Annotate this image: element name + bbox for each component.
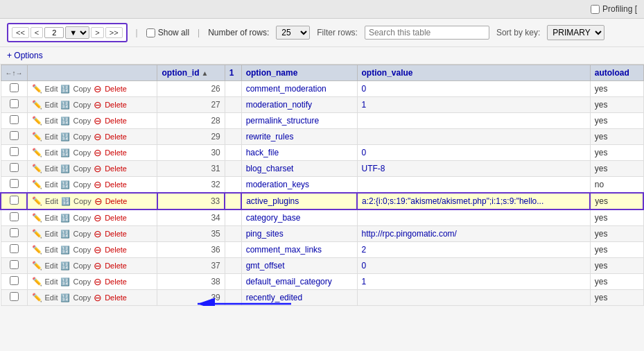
- copy-button[interactable]: Copy: [71, 100, 93, 110]
- delete-button[interactable]: Delete: [103, 261, 129, 271]
- edit-button[interactable]: Edit: [43, 132, 60, 142]
- page-input[interactable]: [44, 27, 64, 38]
- copy-button[interactable]: Copy: [71, 132, 93, 142]
- row-checkbox[interactable]: [10, 163, 19, 172]
- copy-button[interactable]: Copy: [71, 293, 93, 302]
- copy-button[interactable]: Copy: [71, 196, 94, 206]
- th-order[interactable]: 1: [225, 65, 241, 81]
- show-all-checkbox[interactable]: [146, 28, 155, 37]
- row-option-value-cell: UTF-8: [357, 161, 590, 177]
- row-checkbox[interactable]: [10, 83, 19, 92]
- copy-icon: 🔢: [61, 197, 71, 206]
- profiling-checkbox[interactable]: [591, 5, 600, 14]
- edit-button[interactable]: Edit: [43, 100, 60, 110]
- edit-button[interactable]: Edit: [43, 261, 60, 271]
- delete-button[interactable]: Delete: [103, 84, 129, 94]
- row-option-value-cell: 1: [357, 274, 590, 290]
- row-checkbox[interactable]: [10, 276, 19, 285]
- row-checkbox[interactable]: [10, 99, 19, 108]
- delete-icon: ⊖: [94, 260, 102, 271]
- row-checkbox[interactable]: [10, 212, 19, 221]
- row-autoload-cell: yes: [590, 145, 643, 161]
- edit-button[interactable]: Edit: [43, 277, 60, 286]
- table-row: ✏️ Edit 🔢 Copy ⊖ Delete 37gmt_offset0yes: [1, 258, 643, 274]
- row-checkbox[interactable]: [10, 228, 19, 237]
- row-autoload-cell: yes: [590, 226, 643, 242]
- row-option-name-cell: gmt_offset: [241, 258, 357, 274]
- row-checkbox[interactable]: [10, 260, 19, 269]
- delete-button[interactable]: Delete: [103, 164, 129, 173]
- delete-button[interactable]: Delete: [103, 245, 129, 255]
- edit-button[interactable]: Edit: [43, 180, 60, 189]
- edit-button[interactable]: Edit: [43, 116, 60, 126]
- options-link[interactable]: + Options: [7, 51, 43, 60]
- edit-button[interactable]: Edit: [43, 148, 60, 157]
- copy-button[interactable]: Copy: [71, 116, 93, 126]
- page-next-button[interactable]: >: [91, 27, 103, 38]
- delete-button[interactable]: Delete: [103, 293, 129, 302]
- table-row: ✏️ Edit 🔢 Copy ⊖ Delete 36comment_max_li…: [1, 242, 643, 258]
- delete-button[interactable]: Delete: [103, 180, 129, 189]
- table-row: ✏️ Edit 🔢 Copy ⊖ Delete 32moderation_key…: [1, 177, 643, 194]
- row-id-cell: 33: [157, 193, 225, 209]
- rows-select[interactable]: 25 50 100: [276, 26, 310, 40]
- delete-button[interactable]: Delete: [103, 148, 129, 157]
- th-option-id[interactable]: option_id ▲: [157, 65, 225, 81]
- row-id-cell: 39: [157, 290, 225, 306]
- delete-button[interactable]: Delete: [103, 229, 129, 239]
- copy-button[interactable]: Copy: [71, 213, 93, 223]
- filter-input[interactable]: [365, 26, 489, 40]
- row-actions-cell: ✏️ Edit 🔢 Copy ⊖ Delete: [27, 242, 157, 258]
- copy-button[interactable]: Copy: [71, 245, 93, 255]
- copy-button[interactable]: Copy: [71, 164, 93, 173]
- copy-button[interactable]: Copy: [71, 180, 93, 189]
- page-last-button[interactable]: >>: [105, 27, 123, 38]
- row-id-cell: 27: [157, 97, 225, 113]
- row-id-cell: 26: [157, 81, 225, 97]
- sort-label: Sort by key:: [496, 28, 540, 37]
- page-dropdown[interactable]: ▼: [65, 26, 89, 39]
- copy-button[interactable]: Copy: [71, 84, 93, 94]
- row-checkbox[interactable]: [10, 244, 19, 253]
- row-autoload-cell: yes: [590, 290, 643, 306]
- copy-button[interactable]: Copy: [71, 229, 93, 239]
- row-checkbox[interactable]: [10, 179, 19, 188]
- th-option-name[interactable]: option_name: [241, 65, 357, 81]
- show-all-label[interactable]: Show all: [146, 28, 189, 37]
- copy-button[interactable]: Copy: [71, 148, 93, 157]
- row-option-name-cell: moderation_notify: [241, 97, 357, 113]
- edit-button[interactable]: Edit: [43, 196, 60, 206]
- sort-select[interactable]: PRIMARY: [547, 25, 604, 40]
- toolbar-divider: |: [136, 28, 138, 37]
- delete-icon: ⊖: [94, 83, 102, 94]
- page-first-button[interactable]: <<: [12, 27, 29, 38]
- th-option-value[interactable]: option_value: [357, 65, 590, 81]
- delete-button[interactable]: Delete: [103, 277, 129, 286]
- edit-button[interactable]: Edit: [43, 293, 60, 302]
- delete-button[interactable]: Delete: [103, 213, 129, 223]
- edit-pencil-icon: ✏️: [32, 261, 42, 271]
- edit-button[interactable]: Edit: [43, 229, 60, 239]
- option-id-header: option_id: [162, 68, 199, 78]
- delete-button[interactable]: Delete: [103, 116, 129, 126]
- copy-button[interactable]: Copy: [71, 277, 93, 286]
- row-checkbox[interactable]: [10, 131, 19, 140]
- edit-button[interactable]: Edit: [43, 213, 60, 223]
- copy-button[interactable]: Copy: [71, 261, 93, 271]
- delete-button[interactable]: Delete: [103, 132, 129, 142]
- row-autoload-cell: yes: [590, 97, 643, 113]
- edit-button[interactable]: Edit: [43, 164, 60, 173]
- row-id-cell: 38: [157, 274, 225, 290]
- page-prev-button[interactable]: <: [31, 27, 43, 38]
- row-checkbox[interactable]: [10, 147, 19, 156]
- row-checkbox[interactable]: [10, 196, 19, 205]
- edit-pencil-icon: ✏️: [32, 100, 42, 110]
- row-checkbox[interactable]: [10, 292, 19, 301]
- row-checkbox[interactable]: [10, 115, 19, 124]
- delete-icon: ⊖: [94, 228, 102, 239]
- th-autoload[interactable]: autoload: [590, 65, 643, 81]
- delete-button[interactable]: Delete: [103, 100, 129, 110]
- edit-button[interactable]: Edit: [43, 245, 60, 255]
- delete-button[interactable]: Delete: [103, 196, 130, 206]
- edit-button[interactable]: Edit: [43, 84, 60, 94]
